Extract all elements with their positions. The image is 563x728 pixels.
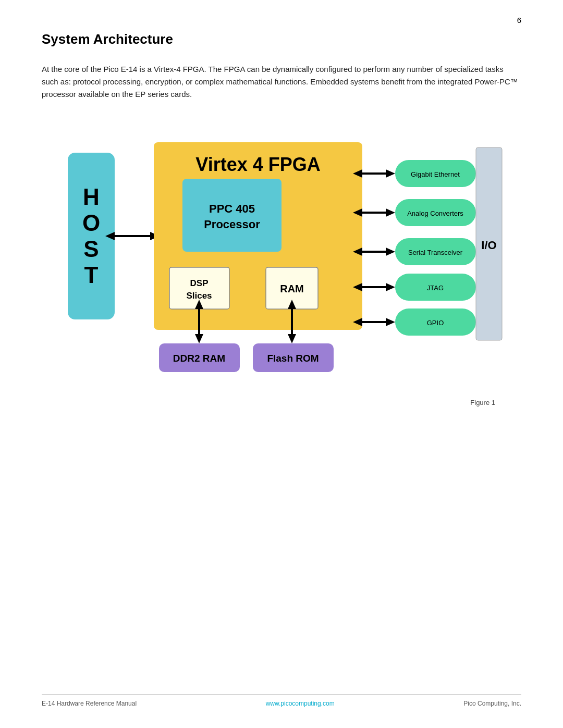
svg-text:Virtex 4 FPGA: Virtex 4 FPGA [195,154,320,175]
svg-marker-33 [386,208,395,217]
svg-text:DDR2 RAM: DDR2 RAM [173,353,225,364]
svg-rect-10 [182,179,282,252]
svg-text:I/O: I/O [481,239,496,252]
svg-text:T: T [84,262,99,288]
svg-text:H: H [83,184,100,209]
footer-link[interactable]: www.picocomputing.com [266,700,335,707]
diagram-container: H O S T Virtex 4 FPGA PPC 405 Processor … [57,121,506,406]
svg-text:DSP: DSP [190,278,209,288]
svg-text:Gigabit Ethernet: Gigabit Ethernet [411,170,460,178]
architecture-diagram: H O S T Virtex 4 FPGA PPC 405 Processor … [57,121,506,392]
svg-marker-20 [195,334,203,343]
svg-text:Serial Transceiver: Serial Transceiver [408,249,463,256]
footer-left: E-14 Hardware Reference Manual [42,700,137,707]
svg-marker-30 [386,169,395,178]
footer: E-14 Hardware Reference Manual www.picoc… [42,694,521,707]
svg-text:Slices: Slices [186,291,212,301]
footer-right: Pico Computing, Inc. [463,700,521,707]
svg-marker-42 [386,318,395,326]
svg-text:Flash ROM: Flash ROM [267,353,319,364]
svg-text:S: S [83,236,99,262]
svg-text:RAM: RAM [280,283,304,294]
svg-text:PPC 405: PPC 405 [209,202,255,215]
svg-text:Processor: Processor [204,218,260,231]
page-number: 6 [517,16,521,24]
svg-marker-39 [386,283,395,291]
svg-marker-36 [386,248,395,256]
page: 6 System Architecture At the core of the… [0,0,563,728]
svg-marker-23 [288,334,296,343]
svg-text:JTAG: JTAG [427,284,444,292]
figure-label: Figure 1 [57,399,506,406]
svg-text:O: O [82,210,100,236]
svg-text:GPIO: GPIO [427,319,444,327]
section-title: System Architecture [42,31,521,47]
body-text: At the core of the Pico E-14 is a Virtex… [42,63,521,101]
svg-text:Analog Converters: Analog Converters [407,209,463,217]
